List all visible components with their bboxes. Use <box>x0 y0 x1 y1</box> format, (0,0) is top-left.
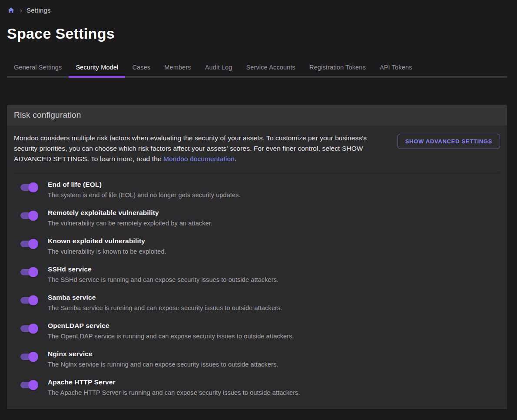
breadcrumb-current: Settings <box>27 7 51 14</box>
risk-factor-title: Remotely exploitable vulnerability <box>48 209 212 217</box>
risk-factor-row-samba: Samba service The Samba service is runni… <box>19 293 500 311</box>
tab-security-model[interactable]: Security Model <box>69 59 125 76</box>
page-root: › Settings Space Settings General Settin… <box>0 7 517 409</box>
toggle-switch[interactable] <box>19 182 38 193</box>
tab-registration-tokens[interactable]: Registration Tokens <box>302 59 373 76</box>
risk-factor-description: The system is end of life (EOL) and no l… <box>48 192 241 198</box>
breadcrumb: › Settings <box>7 7 517 14</box>
card-intro: Mondoo considers multiple risk factors w… <box>7 126 507 171</box>
risk-factor-row-openldap: OpenLDAP service The OpenLDAP service is… <box>19 321 500 340</box>
switch-thumb <box>28 267 38 277</box>
risk-factor-title: End of life (EOL) <box>48 181 241 189</box>
toggle-switch[interactable] <box>19 238 38 249</box>
toggle-switch[interactable] <box>19 294 38 306</box>
tab-cases[interactable]: Cases <box>125 59 157 76</box>
risk-factor-row-nginx: Nginx service The Nginx service is runni… <box>19 350 500 368</box>
risk-factor-title: OpenLDAP service <box>48 322 294 330</box>
card-header: Risk configuration <box>7 105 507 126</box>
switch-thumb <box>28 211 38 221</box>
switch-thumb <box>28 239 38 249</box>
risk-factor-row-known-exploited: Known exploited vulnerability The vulner… <box>19 237 500 255</box>
toggle-switch[interactable] <box>19 323 38 334</box>
card-title: Risk configuration <box>14 110 81 120</box>
tab-members[interactable]: Members <box>157 59 198 76</box>
toggle-switch[interactable] <box>19 379 38 390</box>
risk-factor-description: The Apache HTTP Server is running and ca… <box>48 389 300 396</box>
risk-factor-title: Samba service <box>48 294 282 301</box>
switch-thumb <box>28 380 38 390</box>
risk-factor-title: Nginx service <box>48 350 278 358</box>
switch-thumb <box>28 324 38 334</box>
card-description-period: . <box>235 155 236 162</box>
risk-factor-title: Known exploited vulnerability <box>48 237 166 245</box>
show-advanced-settings-button[interactable]: SHOW ADVANCED SETTINGS <box>398 134 500 149</box>
toggle-switch[interactable] <box>19 266 38 278</box>
risk-factor-row-sshd: SSHd service The SSHd service is running… <box>19 265 500 283</box>
risk-factor-list: End of life (EOL) The system is end of l… <box>7 171 507 409</box>
risk-factor-description: The vulnerability is known to be exploit… <box>48 248 166 255</box>
risk-factor-description: The OpenLDAP service is running and can … <box>48 333 294 340</box>
page-title: Space Settings <box>7 25 517 42</box>
tab-api-tokens[interactable]: API Tokens <box>373 59 419 76</box>
tab-service-accounts[interactable]: Service Accounts <box>239 59 302 76</box>
risk-factor-row-apache: Apache HTTP Server The Apache HTTP Serve… <box>19 378 500 396</box>
risk-factor-title: Apache HTTP Server <box>48 378 300 386</box>
home-icon[interactable] <box>7 7 15 14</box>
risk-factor-description: The Nginx service is running and can exp… <box>48 361 278 368</box>
breadcrumb-separator-icon: › <box>20 7 22 14</box>
risk-factor-row-remote-vuln: Remotely exploitable vulnerability The v… <box>19 208 500 227</box>
switch-thumb <box>28 352 38 362</box>
tab-bar: General Settings Security Model Cases Me… <box>7 59 507 78</box>
risk-factor-row-eol: End of life (EOL) The system is end of l… <box>19 180 500 198</box>
tab-audit-log[interactable]: Audit Log <box>198 59 239 76</box>
tab-general-settings[interactable]: General Settings <box>7 59 69 76</box>
toggle-switch[interactable] <box>19 351 38 362</box>
risk-factor-description: The SSHd service is running and can expo… <box>48 276 278 283</box>
risk-factor-description: The Samba service is running and can exp… <box>48 304 282 311</box>
risk-factor-title: SSHd service <box>48 265 278 273</box>
switch-thumb <box>28 295 38 305</box>
risk-factor-description: The vulnerability can be remotely exploi… <box>48 220 212 227</box>
card-description: Mondoo considers multiple risk factors w… <box>14 133 389 164</box>
risk-configuration-card: Risk configuration Mondoo considers mult… <box>7 105 507 409</box>
mondoo-documentation-link[interactable]: Mondoo documentation <box>163 155 235 162</box>
toggle-switch[interactable] <box>19 210 38 221</box>
switch-thumb <box>28 182 38 192</box>
